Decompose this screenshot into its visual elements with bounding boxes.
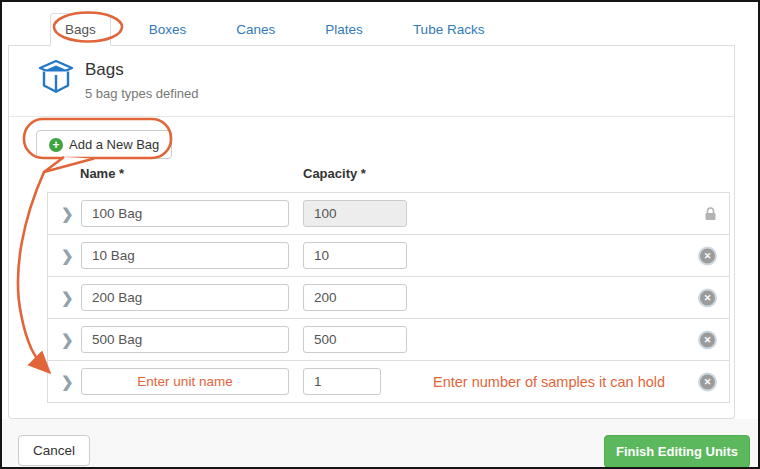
column-header-name: Name *: [80, 166, 124, 181]
cancel-button[interactable]: Cancel: [18, 435, 90, 466]
chevron-right-icon[interactable]: [61, 205, 74, 223]
column-header-capacity: Capacity *: [303, 166, 366, 181]
chevron-right-icon[interactable]: [61, 289, 74, 307]
chevron-right-icon[interactable]: [61, 247, 74, 265]
capacity-hint-text: Enter number of samples it can hold: [433, 374, 665, 390]
remove-circle-icon[interactable]: [698, 288, 717, 307]
tab-plates[interactable]: Plates: [313, 14, 375, 45]
bag-name-input[interactable]: [81, 200, 289, 227]
panel-title: Bags: [85, 60, 124, 80]
remove-circle-icon[interactable]: [698, 372, 717, 391]
tab-boxes[interactable]: Boxes: [137, 14, 199, 45]
bag-capacity-input[interactable]: [303, 242, 407, 269]
add-new-bag-button[interactable]: Add a New Bag: [36, 130, 172, 159]
open-box-icon: [36, 58, 76, 102]
tab-canes[interactable]: Canes: [224, 14, 287, 45]
bag-name-input[interactable]: [81, 242, 289, 269]
units-editor-window: Bags Boxes Canes Plates Tube Racks Bags …: [0, 0, 760, 469]
tab-bags[interactable]: Bags: [50, 13, 111, 46]
bag-row: [47, 192, 730, 235]
bag-capacity-input: [303, 200, 407, 227]
panel-subtitle: 5 bag types defined: [85, 86, 198, 101]
bags-panel: Bags 5 bag types defined Add a New Bag N…: [8, 45, 735, 419]
bag-capacity-input[interactable]: [303, 284, 407, 311]
plus-circle-icon: [49, 138, 63, 152]
remove-circle-icon[interactable]: [698, 246, 717, 265]
bag-row: [47, 234, 730, 277]
add-new-bag-label: Add a New Bag: [69, 137, 159, 152]
bag-table: Enter number of samples it can hold: [47, 192, 730, 403]
chevron-right-icon[interactable]: [61, 331, 74, 349]
header-divider: [9, 116, 734, 117]
tab-tube-racks[interactable]: Tube Racks: [401, 14, 497, 45]
bag-capacity-input[interactable]: [303, 326, 407, 353]
remove-circle-icon[interactable]: [698, 330, 717, 349]
bag-name-input[interactable]: [81, 284, 289, 311]
bag-row: [47, 318, 730, 361]
unit-type-tabs: Bags Boxes Canes Plates Tube Racks: [8, 11, 735, 46]
bag-row-new: Enter number of samples it can hold: [47, 360, 730, 403]
finish-editing-units-button[interactable]: Finish Editing Units: [604, 435, 750, 468]
footer-bar: Cancel Finish Editing Units: [2, 419, 758, 467]
new-bag-name-input[interactable]: [81, 368, 289, 395]
bag-name-input[interactable]: [81, 326, 289, 353]
bag-row: [47, 276, 730, 319]
new-bag-capacity-input[interactable]: [303, 368, 381, 395]
lock-icon: [704, 207, 717, 221]
chevron-right-icon[interactable]: [61, 373, 74, 391]
